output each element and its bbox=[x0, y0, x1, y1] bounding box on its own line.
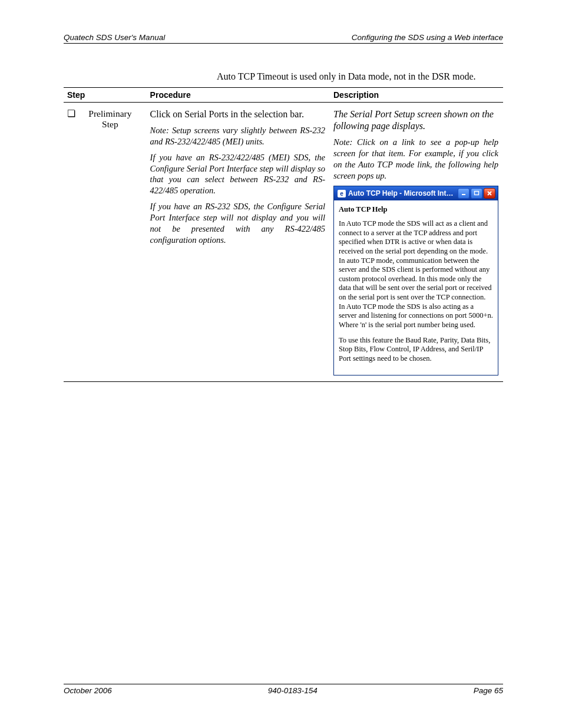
page-header: Quatech SDS User's Manual Configuring th… bbox=[64, 33, 503, 44]
ie-icon: e bbox=[338, 190, 346, 197]
th-procedure: Procedure bbox=[147, 88, 330, 103]
minimize-button[interactable] bbox=[458, 188, 470, 199]
procedure-table: Step Procedure Description ❏ Preliminary… bbox=[64, 87, 503, 382]
description-cell: The Serial Port Setup screen shown on th… bbox=[330, 103, 503, 382]
footer-right: Page 65 bbox=[474, 686, 503, 695]
description-main: The Serial Port Setup screen shown on th… bbox=[333, 108, 498, 132]
help-paragraph-2: To use this feature the Baud Rate, Parit… bbox=[339, 336, 493, 364]
footer-center: 940-0183-154 bbox=[268, 686, 318, 695]
help-window-title: Auto TCP Help - Microsoft Inter… bbox=[348, 189, 455, 197]
page-footer: October 2006 940-0183-154 Page 65 bbox=[64, 684, 503, 695]
step-label: Preliminary Step bbox=[81, 108, 139, 130]
help-popup-window: e Auto TCP Help - Microsoft Inter… bbox=[333, 186, 498, 375]
header-left: Quatech SDS User's Manual bbox=[64, 33, 165, 42]
checkbox-bullet-icon: ❏ bbox=[67, 108, 79, 119]
step-cell: ❏ Preliminary Step bbox=[64, 103, 147, 382]
table-row: ❏ Preliminary Step Click on Serial Ports… bbox=[64, 103, 503, 382]
minimize-icon bbox=[461, 190, 467, 196]
footer-left: October 2006 bbox=[64, 686, 112, 695]
procedure-note-3: If you have an RS-232 SDS, the Configure… bbox=[150, 201, 325, 245]
intro-paragraph: Auto TCP Timeout is used only in Data mo… bbox=[217, 71, 494, 83]
th-step: Step bbox=[64, 88, 147, 103]
header-right: Configuring the SDS using a Web interfac… bbox=[352, 33, 503, 42]
close-button[interactable] bbox=[484, 188, 495, 199]
procedure-note-2: If you have an RS-232/422/485 (MEI) SDS,… bbox=[150, 152, 325, 196]
procedure-note-1: Note: Setup screens vary slightly betwee… bbox=[150, 125, 325, 147]
help-body: Auto TCP Help In Auto TCP mode the SDS w… bbox=[334, 200, 498, 375]
help-paragraph-1: In Auto TCP mode the SDS will act as a c… bbox=[339, 219, 493, 330]
maximize-button[interactable] bbox=[471, 188, 482, 199]
manual-page: Quatech SDS User's Manual Configuring th… bbox=[0, 0, 562, 728]
procedure-main: Click on Serial Ports in the selection b… bbox=[150, 108, 325, 120]
th-description: Description bbox=[330, 88, 503, 103]
svg-rect-1 bbox=[475, 192, 479, 195]
procedure-cell: Click on Serial Ports in the selection b… bbox=[147, 103, 330, 382]
description-note: Note: Click on a link to see a pop-up he… bbox=[333, 137, 498, 181]
help-titlebar[interactable]: e Auto TCP Help - Microsoft Inter… bbox=[334, 186, 498, 200]
help-heading: Auto TCP Help bbox=[339, 205, 493, 215]
maximize-icon bbox=[474, 190, 480, 196]
close-icon bbox=[487, 190, 492, 196]
